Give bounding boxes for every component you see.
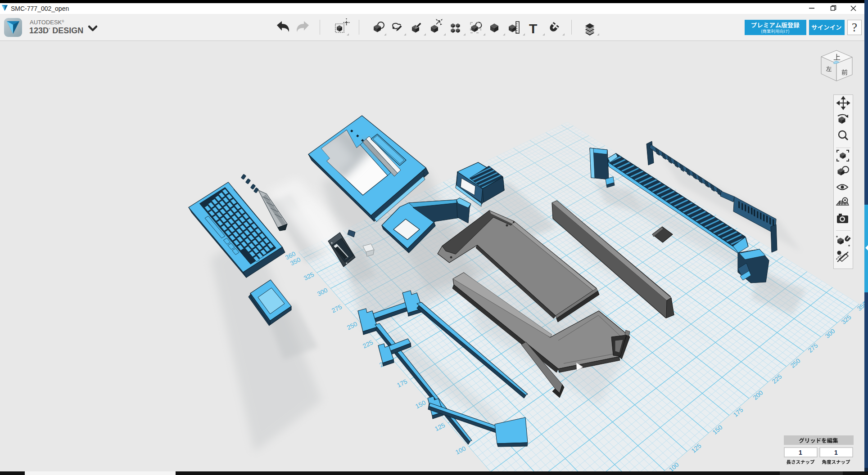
svg-text:SMC-777_002_open: SMC-777_002_open: [11, 5, 69, 12]
svg-text:123D° DESIGN: 123D° DESIGN: [29, 26, 83, 35]
svg-text:?: ?: [852, 21, 857, 34]
svg-text:T: T: [529, 21, 537, 36]
svg-text:1: 1: [799, 449, 802, 456]
svg-text:1: 1: [834, 449, 838, 456]
svg-text:AUTODESK®: AUTODESK®: [30, 19, 64, 26]
